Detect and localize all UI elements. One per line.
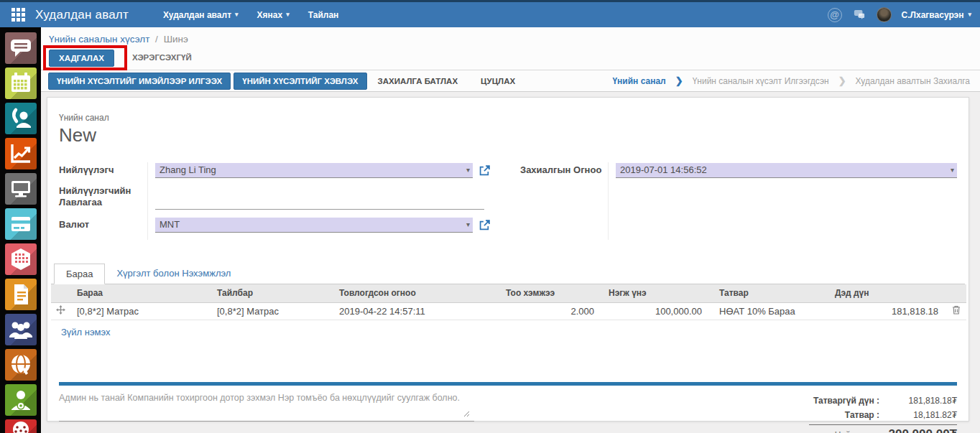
sidebar-app-hr-people-icon[interactable] <box>5 314 37 345</box>
untaxed-amount-label: Татваргүй дүн : <box>813 394 879 408</box>
control-panel: Үнийн саналын хүсэлт / Шинэ ХАДГАЛАХ ХЭР… <box>41 27 980 92</box>
user-name-label: С.Лхагвасурэн <box>902 10 964 20</box>
sidebar-app-calendar-icon[interactable] <box>5 67 37 99</box>
untaxed-amount-value: 181,818.18₮ <box>885 394 957 408</box>
sidebar-app-pos-monitor-icon[interactable] <box>5 173 37 205</box>
cell-scheduled-date: 2019-04-22 14:57:11 <box>332 302 499 320</box>
taxes-label: Татвар : <box>845 408 879 422</box>
total-value: 200,000.00₮ <box>865 427 957 433</box>
mentions-icon[interactable]: @ <box>828 8 842 22</box>
currency-value: MNT <box>160 219 180 230</box>
order-line-row[interactable]: [0,8*2] Матрас [0,8*2] Матрас 2019-04-22… <box>51 302 966 320</box>
drag-handle-icon[interactable] <box>51 302 70 320</box>
breadcrumb: Үнийн саналын хүсэлт / Шинэ <box>49 34 188 45</box>
cell-taxes: НӨАТ 10% Бараа <box>709 302 828 320</box>
save-button[interactable]: ХАДГАЛАХ <box>49 50 114 67</box>
sidebar-app-documents-icon[interactable] <box>5 279 37 310</box>
sidebar-app-manufacturing-icon[interactable] <box>5 243 37 275</box>
total-label: Нийт : <box>835 428 859 433</box>
send-rfq-email-button[interactable]: ҮНИЙН ХҮСЭЛТИЙГ ИМЭЙЛЭЭР ИЛГЭЭХ <box>48 73 231 90</box>
sidebar-app-contacts-icon[interactable] <box>5 103 37 134</box>
form-fields: Нийлүүлэгч Нийлүүлэгчийн Лавлагаа Валют … <box>59 162 957 240</box>
col-scheduled-date: Товлогдсон огноо <box>332 284 499 302</box>
confirm-order-button[interactable]: ЗАХИАЛГА БАТЛАХ <box>370 73 466 89</box>
cell-description: [0,8*2] Матрас <box>210 302 332 320</box>
menu-control-label: Хянах <box>257 10 283 20</box>
page-title: New <box>59 124 957 146</box>
dropdown-caret-icon[interactable]: ▾ <box>951 166 954 174</box>
caret-down-icon: ▾ <box>286 11 290 18</box>
supplier-ref-label: Нийлүүлэгчийн Лавлагаа <box>59 185 147 208</box>
delete-line-icon[interactable] <box>946 302 966 320</box>
supplier-label: Нийлүүлэгч <box>59 164 114 176</box>
status-step-purchase-order[interactable]: Худалдан авалтын Захиалга <box>856 76 970 86</box>
sidebar-app-employees-icon[interactable] <box>5 384 37 416</box>
col-description: Тайлбар <box>210 284 332 302</box>
menu-control[interactable]: Хянах ▾ <box>257 10 290 20</box>
notebook: Бараа Хүргэлт болон Нэхэмжлэл Бараа <box>51 264 965 337</box>
sheet-area: Үнийн санал New Нийлүүлэгч Нийлүүлэгчийн… <box>41 92 980 433</box>
currency-external-link-icon[interactable] <box>479 220 490 231</box>
cell-quantity: 2.000 <box>499 302 601 320</box>
table-header-row: Бараа Тайлбар Товлогдсон огноо Тоо хэмжэ… <box>51 284 966 302</box>
order-date-value: 2019-07-01 14:56:52 <box>620 164 707 175</box>
add-line-link[interactable]: Зүйл нэмэх <box>51 320 965 337</box>
col-subtotal: Дэд дүн <box>828 284 946 302</box>
status-step-rfq-sent[interactable]: Үнийн саналын хүсэлт Илгээгдсэн <box>693 76 829 86</box>
top-menu: Худалдан авалт ▾ Хянах ▾ Тайлан <box>163 10 338 20</box>
sheet-label: Үнийн санал <box>59 113 957 123</box>
tabs: Бараа Хүргэлт болон Нэхэмжлэл <box>51 264 965 284</box>
currency-label: Валют <box>59 219 89 231</box>
menu-reports[interactable]: Тайлан <box>308 10 339 20</box>
menu-purchase-label: Худалдан авалт <box>163 10 231 20</box>
sidebar-app-sales-chart-icon[interactable] <box>5 138 37 169</box>
col-quantity: Тоо хэмжээ <box>499 284 601 302</box>
sidebar-app-website-globe-icon[interactable] <box>5 349 37 381</box>
breadcrumb-parent-link[interactable]: Үнийн саналын хүсэлт <box>49 34 149 45</box>
cell-product: [0,8*2] Матрас <box>70 302 210 320</box>
resize-handle-icon[interactable] <box>463 407 470 420</box>
avatar[interactable] <box>877 7 892 22</box>
sidebar-app-payment-card-icon[interactable] <box>5 208 37 240</box>
dropdown-caret-icon[interactable]: ▾ <box>466 220 470 228</box>
terms-notes-textarea[interactable]: Админ нь танай Компанийн тохиргоон дотор… <box>59 392 474 433</box>
handle-header <box>51 284 70 302</box>
status-step-rfq[interactable]: Үнийн санал <box>612 76 665 86</box>
total-divider <box>809 424 957 425</box>
supplier-external-link-icon[interactable] <box>479 165 490 176</box>
order-date-field[interactable]: 2019-07-01 14:56:52 ▾ <box>616 163 957 178</box>
main-content: Үнийн саналын хүсэлт / Шинэ ХАДГАЛАХ ХЭР… <box>41 27 980 433</box>
menu-purchase[interactable]: Худалдан авалт ▾ <box>163 10 239 20</box>
col-unit-price: Нэгж үнэ <box>601 284 709 302</box>
totals-separator-bar <box>59 382 957 386</box>
topbar: Худалдан авалт Худалдан авалт ▾ Хянах ▾ … <box>0 0 980 27</box>
tab-deliveries-invoices[interactable]: Хүргэлт болон Нэхэмжлэл <box>105 264 242 284</box>
cell-unit-price: 100,000.00 <box>601 302 709 320</box>
action-button-bar: ҮНИЙН ХҮСЭЛТИЙГ ИМЭЙЛЭЭР ИЛГЭЭХ ҮНИЙН ХҮ… <box>41 70 980 92</box>
sidebar-app-lunch-icon[interactable] <box>5 419 37 433</box>
supplier-ref-field[interactable] <box>155 195 484 210</box>
chat-icon[interactable] <box>852 8 866 22</box>
currency-field[interactable]: MNT ▾ <box>155 218 473 233</box>
user-menu[interactable]: С.Лхагвасурэн ▾ <box>902 10 971 20</box>
caret-down-icon: ▾ <box>968 11 971 18</box>
trash-header <box>946 284 966 302</box>
app-title: Худалдан авалт <box>35 8 129 22</box>
apps-menu-icon[interactable] <box>11 8 25 22</box>
app-sidebar <box>0 27 41 433</box>
dropdown-caret-icon[interactable]: ▾ <box>466 166 470 174</box>
order-date-label: Захиалгын Огноо <box>520 164 601 176</box>
caret-down-icon: ▾ <box>235 11 239 18</box>
print-rfq-button[interactable]: ҮНИЙН ХҮСЭЛТИЙГ ХЭВЛЭХ <box>234 73 366 90</box>
tab-products[interactable]: Бараа <box>54 264 105 284</box>
cancel-button[interactable]: ЦУЦЛАХ <box>473 73 523 89</box>
discard-button[interactable]: ХЭРЭГСЭХГҮЙ <box>132 53 192 62</box>
sidebar-app-messaging-icon[interactable] <box>5 32 37 64</box>
menu-reports-label: Тайлан <box>308 10 339 20</box>
form-sheet: Үнийн санал New Нийлүүлэгч Нийлүүлэгчийн… <box>47 97 969 422</box>
breadcrumb-separator: / <box>155 34 158 45</box>
supplier-field[interactable]: Zhang Li Ting ▾ <box>155 163 473 178</box>
taxes-value: 18,181.82₮ <box>885 408 957 422</box>
col-product: Бараа <box>70 284 210 302</box>
cell-subtotal: 181,818.18 <box>828 302 946 320</box>
